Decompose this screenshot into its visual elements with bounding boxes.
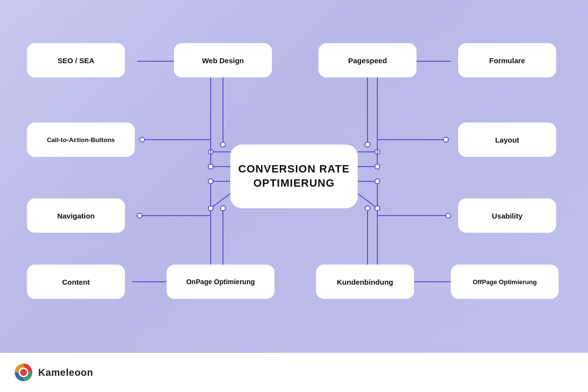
node-webdesign: Web Design	[174, 43, 272, 77]
brand-name: Kameleoon	[38, 367, 93, 378]
svg-point-1	[208, 149, 213, 154]
node-seo: SEO / SEA	[27, 43, 125, 77]
svg-point-11	[208, 179, 213, 184]
svg-point-3	[365, 142, 370, 147]
svg-point-16	[220, 206, 225, 211]
svg-point-13	[375, 179, 380, 184]
svg-point-15	[208, 206, 213, 211]
svg-point-19	[375, 206, 380, 211]
main-diagram: CONVERSION RATE OPTIMIERUNG SEO / SEA We…	[0, 0, 588, 353]
node-pagespeed: Pagespeed	[318, 43, 416, 77]
svg-point-17	[365, 206, 370, 211]
svg-point-5	[375, 149, 380, 154]
svg-point-6	[140, 137, 145, 142]
node-usability: Usability	[458, 198, 556, 233]
svg-point-7	[208, 164, 213, 169]
node-onpage: OnPage Optimierung	[167, 265, 274, 299]
node-cta: Call-to-Action-Buttons	[27, 122, 135, 157]
node-layout: Layout	[458, 122, 556, 157]
svg-point-12	[446, 213, 451, 218]
node-offpage: OffPage Optimierung	[451, 265, 559, 299]
logo-icon	[15, 364, 32, 381]
node-kundenbindung: Kundenbindung	[316, 265, 414, 299]
svg-point-8	[443, 137, 448, 142]
node-formulare: Formulare	[458, 43, 556, 77]
node-navigation: Navigation	[27, 198, 125, 233]
svg-point-10	[137, 213, 142, 218]
svg-point-2	[220, 142, 225, 147]
svg-point-9	[375, 164, 380, 169]
center-node: CONVERSION RATE OPTIMIERUNG	[230, 145, 358, 208]
footer: Kameleoon	[0, 353, 588, 392]
node-content: Content	[27, 265, 125, 299]
